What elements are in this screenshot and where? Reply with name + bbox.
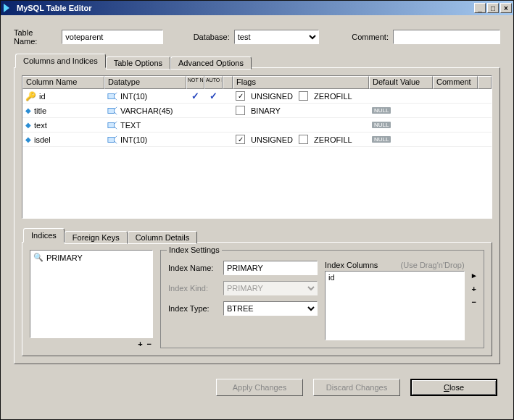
- datatype-icon: [107, 135, 117, 145]
- column-icon: ◆: [25, 106, 31, 114]
- table-name-label: Table Name:: [14, 28, 57, 46]
- notnull-check[interactable]: ✓: [191, 91, 199, 101]
- footer: Apply Changes Discard Changes Close: [14, 371, 500, 396]
- database-label: Database:: [194, 33, 230, 41]
- index-name-input[interactable]: [223, 261, 318, 275]
- index-name-label: Index Name:: [168, 264, 219, 272]
- col-header-datatype[interactable]: Datatype: [104, 76, 186, 89]
- col-name: text: [34, 121, 47, 130]
- col-datatype: INT(10): [120, 92, 147, 101]
- col-name: id: [39, 92, 46, 101]
- null-badge: NULL: [372, 107, 391, 114]
- index-type-select[interactable]: BTREE: [223, 301, 318, 316]
- list-item[interactable]: id: [328, 273, 461, 282]
- datatype-icon: [107, 120, 117, 130]
- tab-column-details[interactable]: Column Details: [128, 231, 198, 244]
- col-datatype: VARCHAR(45): [120, 106, 173, 115]
- add-index-button[interactable]: +: [138, 340, 142, 348]
- datatype-icon: [107, 106, 117, 116]
- index-listbox[interactable]: 🔍 PRIMARY: [30, 250, 153, 338]
- table-row[interactable]: 🔑 id INT(10) ✓ ✓ ✓UNSIGNED: [22, 89, 492, 104]
- index-columns-label: Index Columns: [325, 261, 378, 269]
- indices-panel: 🔍 PRIMARY + − Index Settings: [22, 242, 492, 356]
- null-badge: NULL: [372, 136, 391, 143]
- grid-body: 🔑 id INT(10) ✓ ✓ ✓UNSIGNED: [22, 89, 492, 147]
- table-row[interactable]: ◆ title VARCHAR(45) BINARY: [22, 104, 492, 118]
- flag-unsigned-check[interactable]: ✓: [236, 135, 245, 144]
- table-name-input[interactable]: [62, 30, 163, 44]
- col-header-default[interactable]: Default Value: [369, 76, 433, 89]
- index-settings-group: Index Settings Index Name: Index Kind: P…: [160, 250, 484, 348]
- database-select[interactable]: test: [234, 30, 319, 44]
- col-header-name[interactable]: Column Name: [22, 76, 104, 89]
- tab-indices[interactable]: Indices: [23, 228, 65, 243]
- app-icon: [2, 2, 14, 14]
- window-title: MySQL Table Editor: [17, 4, 473, 12]
- table-row[interactable]: ◆ text TEXT NULL: [22, 118, 492, 133]
- index-icon: 🔍: [33, 253, 43, 262]
- index-kind-select: PRIMARY: [223, 281, 318, 295]
- tab-table-options[interactable]: Table Options: [106, 56, 170, 70]
- discard-changes-button[interactable]: Discard Changes: [313, 379, 400, 396]
- table-row[interactable]: ◆ isdel INT(10) ✓UNSIGNED: [22, 133, 492, 147]
- index-kind-label: Index Kind:: [168, 284, 219, 293]
- col-header-spacer: [478, 76, 492, 89]
- col-header-flags[interactable]: Flags: [233, 76, 369, 89]
- remove-column-button[interactable]: −: [472, 298, 476, 306]
- comment-label: Comment:: [352, 33, 389, 41]
- grid-header: Column Name Datatype NOT NULL AUTO INC F…: [22, 76, 492, 89]
- column-icon: ◆: [25, 121, 31, 129]
- client-area: Table Name: Database: test Comment: Colu…: [1, 15, 513, 419]
- autoinc-check[interactable]: ✓: [210, 91, 217, 101]
- maximize-button[interactable]: □: [487, 3, 499, 13]
- col-divider: [223, 76, 233, 89]
- index-columns-listbox[interactable]: id: [325, 271, 465, 340]
- remove-index-button[interactable]: −: [147, 340, 152, 348]
- index-settings-caption: Index Settings: [167, 245, 222, 254]
- col-datatype: INT(10): [120, 135, 147, 144]
- col-name: title: [34, 106, 46, 115]
- tab-advanced-options[interactable]: Advanced Options: [170, 56, 252, 70]
- primary-key-icon: 🔑: [25, 91, 36, 101]
- main-tabpanel: Column Name Datatype NOT NULL AUTO INC F…: [14, 67, 500, 364]
- columns-grid[interactable]: Column Name Datatype NOT NULL AUTO INC F…: [22, 75, 492, 219]
- apply-changes-button[interactable]: Apply Changes: [216, 379, 303, 396]
- null-badge: NULL: [372, 122, 391, 128]
- column-icon: ◆: [25, 135, 31, 143]
- flag-zerofill-check[interactable]: [299, 135, 308, 144]
- svg-rect-2: [108, 122, 115, 127]
- flag-binary-check[interactable]: [236, 106, 245, 115]
- col-header-autoinc[interactable]: AUTO INC: [204, 76, 223, 89]
- main-tabs: Columns and Indices Table Options Advanc…: [15, 54, 500, 68]
- header-row: Table Name: Database: test Comment:: [14, 28, 500, 46]
- minimize-button[interactable]: _: [474, 3, 486, 13]
- dragdrop-hint: (Use Drag'n'Drop): [401, 261, 465, 269]
- add-column-button[interactable]: +: [472, 285, 476, 293]
- datatype-icon: [107, 91, 117, 101]
- col-header-notnull[interactable]: NOT NULL: [186, 76, 204, 89]
- move-right-button[interactable]: ▸: [472, 271, 476, 280]
- bottom-tabs: Indices Foreign Keys Column Details: [23, 228, 492, 243]
- col-header-comment[interactable]: Comment: [433, 76, 478, 89]
- index-type-label: Index Type:: [168, 304, 219, 313]
- col-name: isdel: [34, 135, 51, 144]
- flag-unsigned-check[interactable]: ✓: [236, 91, 245, 101]
- close-button[interactable]: Close: [410, 379, 497, 396]
- app-window: MySQL Table Editor _ □ × Table Name: Dat…: [0, 0, 514, 420]
- tab-foreign-keys[interactable]: Foreign Keys: [65, 231, 128, 244]
- index-columns-panel: Index Columns (Use Drag'n'Drop) id: [325, 261, 465, 340]
- titlebar[interactable]: MySQL Table Editor _ □ ×: [1, 1, 513, 15]
- list-item[interactable]: 🔍 PRIMARY: [32, 252, 151, 263]
- svg-rect-1: [108, 108, 115, 113]
- flag-zerofill-check[interactable]: [299, 91, 308, 101]
- svg-rect-0: [108, 93, 115, 98]
- tab-columns-indices[interactable]: Columns and Indices: [15, 54, 106, 68]
- col-datatype: TEXT: [120, 121, 141, 130]
- comment-input[interactable]: [393, 30, 500, 44]
- index-list-panel: 🔍 PRIMARY + −: [30, 250, 153, 348]
- close-window-button[interactable]: ×: [500, 3, 512, 13]
- svg-rect-3: [108, 137, 115, 142]
